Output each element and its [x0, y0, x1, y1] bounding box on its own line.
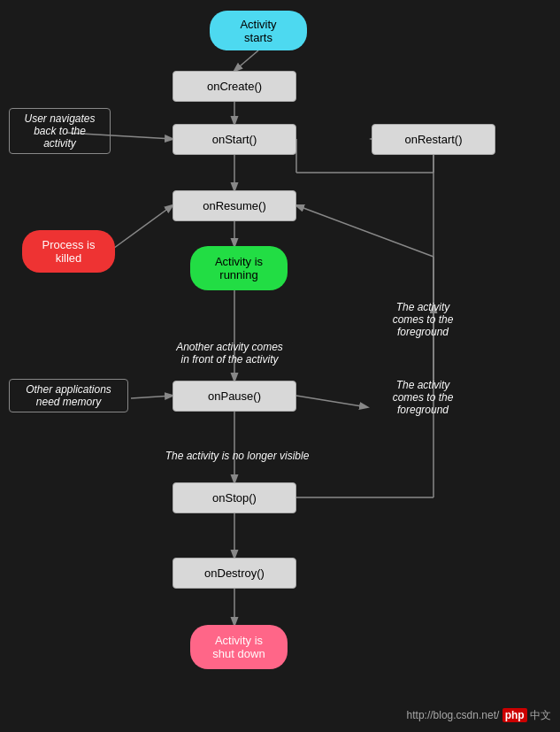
watermark-badge: php: [502, 708, 527, 722]
svg-line-16: [296, 396, 367, 407]
onpause-box: onPause(): [173, 381, 296, 412]
ondestroy-box: onDestroy(): [173, 558, 296, 589]
process-killed-box: Process is killed: [22, 230, 115, 273]
activity-running-box: Activity is running: [190, 246, 288, 290]
another-activity-label: Another activity comes in front of the a…: [152, 341, 307, 366]
no-longer-visible-label: The activity is no longer visible: [140, 450, 334, 462]
user-navigates-label: User navigates back to the activity: [9, 108, 111, 154]
diagram-container: Activity starts onCreate() onStart() onR…: [0, 0, 560, 732]
svg-line-18: [296, 205, 433, 257]
activity-starts-box: Activity starts: [210, 11, 307, 50]
onrestart-box: onRestart(): [372, 124, 495, 155]
oncreate-box: onCreate(): [173, 71, 296, 102]
svg-line-20: [131, 396, 173, 398]
svg-line-15: [111, 205, 173, 250]
activity-shutdown-box: Activity is shut down: [190, 625, 288, 669]
onstop-box: onStop(): [173, 482, 296, 513]
watermark-url: http://blog.csdn.net/: [407, 709, 502, 721]
watermark-suffix: 中文: [530, 709, 551, 721]
svg-line-0: [234, 50, 258, 71]
comes-foreground-2-label: The activity comes to the foreground: [361, 379, 485, 416]
onstart-box: onStart(): [173, 124, 296, 155]
other-apps-label: Other applications need memory: [9, 379, 128, 412]
comes-foreground-1-label: The activity comes to the foreground: [361, 301, 485, 338]
onresume-box: onResume(): [173, 190, 296, 221]
watermark: http://blog.csdn.net/ php 中文: [407, 708, 551, 723]
